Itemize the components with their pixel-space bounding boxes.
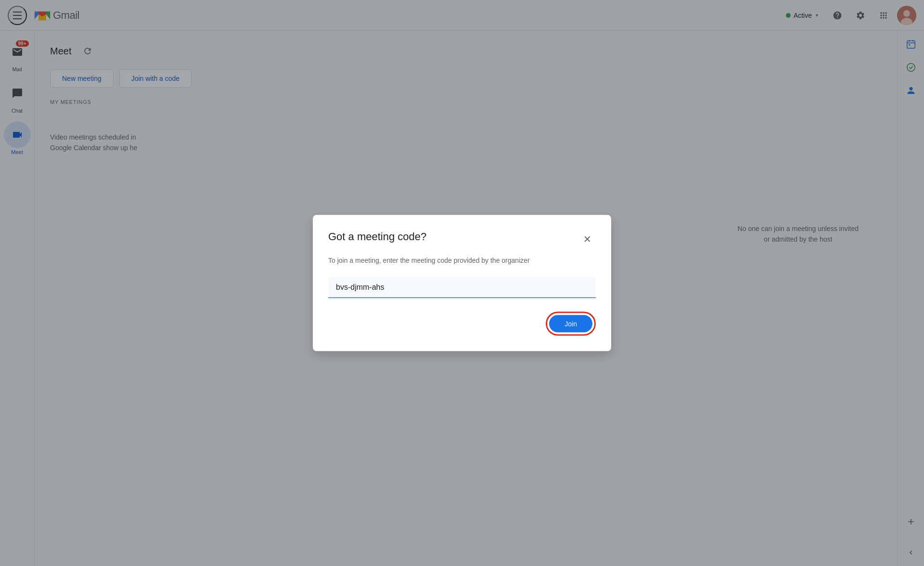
- modal-subtitle: To join a meeting, enter the meeting cod…: [328, 256, 596, 266]
- meeting-code-input[interactable]: [328, 277, 596, 298]
- join-button-highlight: Join: [546, 312, 596, 336]
- modal-title: Got a meeting code?: [328, 231, 426, 243]
- modal-footer: Join: [328, 312, 596, 336]
- modal-header: Got a meeting code? ✕: [328, 231, 596, 248]
- join-button[interactable]: Join: [549, 315, 592, 333]
- modal-close-button[interactable]: ✕: [578, 231, 596, 248]
- meeting-code-modal: Got a meeting code? ✕ To join a meeting,…: [313, 215, 611, 351]
